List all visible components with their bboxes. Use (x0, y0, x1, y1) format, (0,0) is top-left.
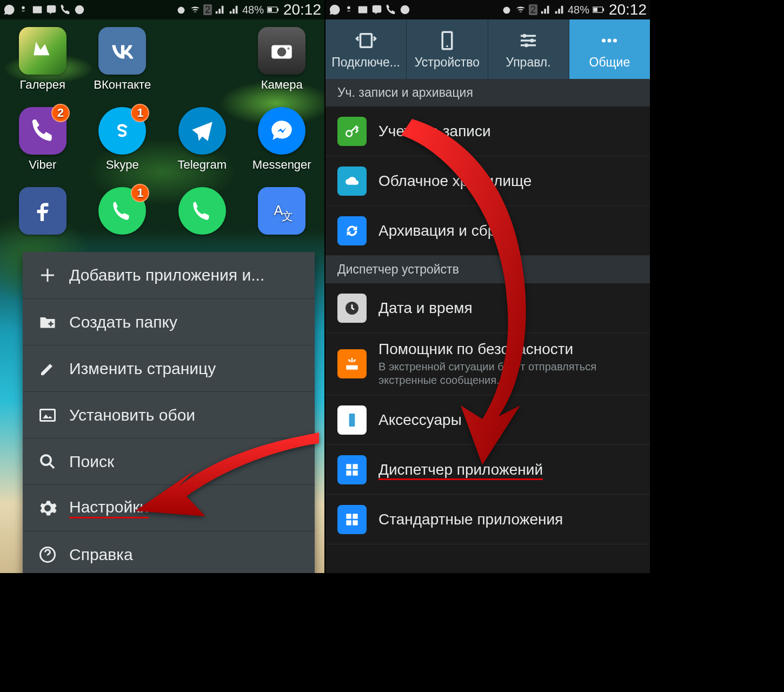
item-cloud-storage[interactable]: Облачное хранилище (325, 156, 650, 206)
folder-plus-icon (38, 312, 57, 332)
sim-indicator: 2 (203, 4, 212, 15)
menu-help[interactable]: Справка (23, 531, 315, 573)
tab-connections[interactable]: Подключе... (325, 19, 407, 79)
app-translate[interactable]: A文 (244, 187, 321, 235)
svg-point-15 (347, 6, 350, 9)
settings-tabs: Подключе... Устройство Управл. Общие (325, 19, 650, 79)
app-whatsapp-2[interactable] (164, 187, 241, 235)
edge-icon (399, 4, 411, 16)
app-label: Skype (106, 158, 139, 172)
image-icon (357, 4, 369, 16)
svg-rect-21 (603, 8, 604, 11)
svg-point-24 (446, 45, 448, 47)
skype-icon: 1 (98, 107, 146, 155)
settings-list[interactable]: Уч. записи и архивация Учетные записи Об… (325, 79, 650, 544)
tab-label: Общие (589, 55, 630, 70)
svg-rect-22 (360, 34, 371, 47)
svg-rect-34 (349, 414, 355, 427)
tab-label: Устройство (415, 55, 480, 70)
key-icon (337, 117, 367, 146)
device-icon (436, 29, 459, 52)
menu-settings[interactable]: Настройки (23, 484, 315, 531)
home-screen: 2 48% 20:12 Галерея ВКонтакте Камер (0, 0, 324, 573)
tab-general[interactable]: Общие (569, 19, 650, 79)
viber-call-icon (59, 4, 71, 16)
app-whatsapp-1[interactable]: 1 (84, 187, 161, 235)
app-vk[interactable]: ВКонтакте (84, 27, 161, 92)
menu-label: Установить обои (69, 406, 195, 424)
signal-2-icon (554, 4, 566, 16)
facebook-icon (19, 187, 67, 235)
svg-point-0 (22, 6, 25, 9)
messenger-icon (258, 107, 305, 155)
whatsapp-icon: 1 (98, 187, 146, 235)
item-safety-assistant[interactable]: Помощник по безопасности В экстренной си… (325, 333, 650, 395)
signal-2-icon (228, 4, 240, 16)
item-label: Дата и время (378, 300, 473, 317)
svg-rect-37 (346, 470, 351, 475)
tab-device[interactable]: Устройство (407, 19, 488, 79)
battery-percent: 48% (242, 4, 264, 16)
tab-label: Управл. (506, 55, 551, 70)
help-icon (38, 545, 57, 564)
app-grid: Галерея ВКонтакте Камера 2 Viber 1 (0, 19, 324, 235)
item-date-time[interactable]: Дата и время (325, 283, 650, 333)
app-label: Галерея (20, 78, 65, 92)
item-accounts[interactable]: Учетные записи (325, 107, 650, 156)
item-backup-reset[interactable]: Архивация и сброс (325, 206, 650, 256)
odnoklassniki-icon (17, 4, 29, 16)
app-viber[interactable]: 2 Viber (4, 107, 81, 172)
status-bar: 2 48% 20:12 (325, 0, 650, 19)
svg-rect-1 (33, 6, 42, 14)
app-label: Viber (29, 158, 56, 172)
cloud-icon (337, 167, 367, 196)
svg-rect-12 (41, 409, 55, 421)
badge: 1 (131, 184, 149, 202)
app-skype[interactable]: 1 Skype (84, 107, 161, 172)
app-messenger[interactable]: Messenger (244, 107, 321, 172)
svg-point-28 (602, 38, 606, 42)
menu-set-wallpaper[interactable]: Установить обои (23, 391, 315, 438)
tab-controls[interactable]: Управл. (488, 19, 569, 79)
item-label: Учетные записи (378, 123, 491, 140)
svg-rect-16 (358, 6, 368, 14)
section-header-device-manager: Диспетчер устройств (325, 256, 650, 283)
svg-rect-6 (277, 8, 279, 11)
item-label: Стандартные приложения (378, 511, 563, 528)
app-label: Messenger (253, 158, 311, 172)
whatsapp-icon (329, 4, 341, 16)
status-icons-left (3, 4, 85, 16)
item-accessories[interactable]: Аксессуары (325, 395, 650, 445)
app-label: ВКонтакте (94, 78, 151, 92)
menu-label: Настройки (69, 498, 149, 518)
menu-edit-page[interactable]: Изменить страницу (23, 345, 315, 391)
camera-icon (258, 27, 305, 75)
app-facebook[interactable] (4, 187, 81, 235)
wifi-icon (515, 4, 527, 16)
svg-point-31 (346, 130, 352, 136)
more-icon (598, 29, 621, 52)
menu-search[interactable]: Поиск (23, 438, 315, 484)
svg-rect-20 (593, 8, 597, 12)
item-default-apps[interactable]: Стандартные приложения (325, 495, 650, 544)
menu-add-apps[interactable]: Добавить приложения и... (23, 252, 315, 298)
menu-create-folder[interactable]: Создать папку (23, 298, 315, 345)
connections-icon (355, 29, 377, 52)
svg-rect-5 (268, 8, 272, 12)
svg-point-30 (613, 38, 617, 42)
badge: 2 (51, 104, 70, 122)
alert-icon (337, 349, 367, 378)
svg-point-29 (608, 38, 612, 42)
clock-icon (337, 294, 367, 323)
svg-point-8 (277, 48, 287, 57)
status-icons-left (329, 4, 411, 16)
search-icon (38, 452, 57, 471)
app-telegram[interactable]: Telegram (164, 107, 241, 172)
item-app-manager[interactable]: Диспетчер приложений (325, 445, 650, 495)
app-camera[interactable]: Камера (244, 27, 321, 92)
phone-icon (337, 405, 367, 435)
grid-icon (337, 505, 367, 534)
image-icon (38, 405, 57, 425)
app-gallery[interactable]: Галерея (4, 27, 81, 92)
status-icons-right: 2 48% 20:12 (175, 1, 321, 18)
